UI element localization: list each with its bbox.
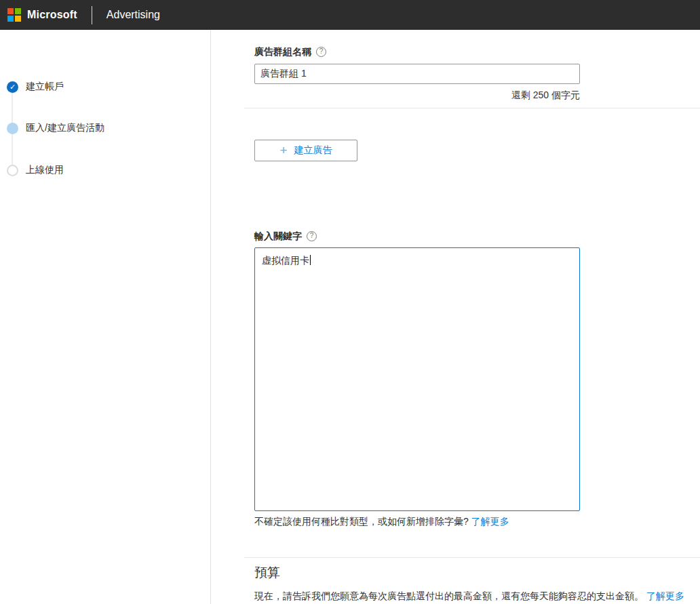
help-icon[interactable]: ? xyxy=(307,231,317,241)
logo-square-red xyxy=(7,8,14,14)
step-import-create-campaign: 匯入/建立廣告活動 xyxy=(7,121,104,135)
budget-title: 預算 xyxy=(254,565,700,581)
keywords-section: 輸入關鍵字 ? 虚拟信用卡 不確定該使用何種比對類型，或如何新增排除字彙? 了解… xyxy=(244,230,700,558)
logo-square-green xyxy=(15,8,21,14)
plus-icon: + xyxy=(279,144,287,157)
keywords-value: 虚拟信用卡 xyxy=(262,255,309,266)
product-name: Advertising xyxy=(106,9,160,21)
create-ad-button-label: 建立廣告 xyxy=(294,144,332,157)
logo-square-blue xyxy=(7,16,14,22)
keywords-learn-more-link[interactable]: 了解更多 xyxy=(471,516,509,527)
budget-description-text: 現在，請告訴我們您願意為每次廣告點選付出的最高金額，還有您每天能夠容忍的支出金額… xyxy=(254,590,646,601)
step-completed-circle: ✓ xyxy=(7,81,18,93)
step-current-circle xyxy=(7,123,18,134)
keywords-label-text: 輸入關鍵字 xyxy=(254,230,302,241)
check-icon: ✓ xyxy=(9,83,16,91)
keywords-label: 輸入關鍵字 ? xyxy=(254,230,700,241)
step-go-live: 上線使用 xyxy=(7,163,64,177)
step-create-account: ✓ 建立帳戶 xyxy=(7,80,64,94)
logo-square-yellow xyxy=(15,16,21,22)
step-label-create-account: 建立帳戶 xyxy=(26,81,64,93)
nav-divider xyxy=(92,6,92,24)
ad-group-name-label-text: 廣告群組名稱 xyxy=(254,46,311,57)
keywords-textarea[interactable]: 虚拟信用卡 xyxy=(254,247,580,511)
brand-name: Microsoft xyxy=(27,9,77,21)
section-divider xyxy=(244,557,700,558)
text-caret xyxy=(310,255,311,265)
top-nav: Microsoft Advertising xyxy=(0,0,700,30)
budget-section: 預算 現在，請告訴我們您願意為每次廣告點選付出的最高金額，還有您每天能夠容忍的支… xyxy=(244,565,700,602)
section-divider xyxy=(244,108,700,108)
match-type-help: 不確定該使用何種比對類型，或如何新增排除字彙? 了解更多 xyxy=(254,516,700,527)
help-icon[interactable]: ? xyxy=(316,47,326,57)
ad-group-section: 廣告群組名稱 ? 還剩 250 個字元 xyxy=(244,30,700,108)
ad-group-name-input[interactable] xyxy=(254,64,580,84)
step-label-go-live: 上線使用 xyxy=(26,164,64,176)
ad-group-name-label: 廣告群組名稱 ? xyxy=(254,46,700,57)
budget-description: 現在，請告訴我們您願意為每次廣告點選付出的最高金額，還有您每天能夠容忍的支出金額… xyxy=(254,590,700,602)
progress-sidebar: ✓ 建立帳戶 匯入/建立廣告活動 上線使用 xyxy=(0,30,211,604)
page-body: ✓ 建立帳戶 匯入/建立廣告活動 上線使用 廣告群組名稱 ? 還剩 250 個字… xyxy=(0,30,700,604)
microsoft-logo xyxy=(7,8,21,22)
characters-remaining: 還剩 250 個字元 xyxy=(254,89,580,100)
step-upcoming-circle xyxy=(7,165,18,176)
step-label-import-create-campaign: 匯入/建立廣告活動 xyxy=(26,122,104,134)
match-type-help-text: 不確定該使用何種比對類型，或如何新增排除字彙? xyxy=(254,516,471,527)
create-ad-button[interactable]: + 建立廣告 xyxy=(254,140,357,161)
main-content: 廣告群組名稱 ? 還剩 250 個字元 + 建立廣告 輸入關鍵字 ? 虚拟信用卡… xyxy=(211,30,700,604)
budget-learn-more-link[interactable]: 了解更多 xyxy=(646,590,684,601)
